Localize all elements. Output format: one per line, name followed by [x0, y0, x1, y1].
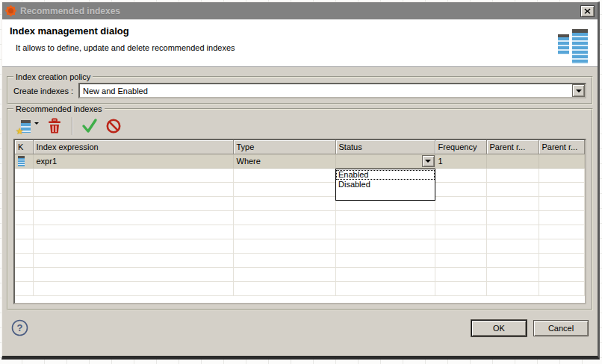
chevron-down-icon — [576, 90, 582, 92]
cancel-button[interactable]: Cancel — [533, 320, 589, 336]
group-title: Recommended indexes — [13, 104, 105, 113]
table-row-empty[interactable] — [15, 281, 585, 295]
add-index-button[interactable]: ★ — [21, 120, 31, 133]
create-indexes-label: Create indexes : — [13, 87, 78, 95]
block-icon — [105, 118, 122, 134]
index-creation-policy-group: Index creation policy Create indexes : N… — [7, 72, 593, 104]
page-subtitle: It allows to define, update and delete r… — [16, 43, 598, 52]
status-dropdown-list: Enabled Disabled — [335, 169, 435, 201]
index-stack-icon — [572, 29, 588, 64]
check-icon — [81, 118, 98, 134]
page-title: Index management dialog — [10, 25, 598, 37]
k-cell — [15, 154, 33, 168]
table-row-empty[interactable] — [15, 239, 585, 253]
frequency-cell[interactable]: 1 — [435, 154, 486, 168]
combo-value: New and Enabled — [83, 87, 148, 95]
table-row-empty[interactable] — [15, 210, 585, 225]
dialog-footer: ? OK Cancel — [2, 310, 598, 345]
parent-cell[interactable] — [486, 154, 539, 168]
enable-index-button[interactable] — [74, 118, 98, 134]
table-row-empty[interactable] — [15, 168, 585, 182]
ok-button[interactable]: OK — [471, 320, 527, 336]
trash-icon — [46, 118, 63, 134]
status-cell[interactable] — [335, 154, 435, 168]
table-row-empty[interactable] — [15, 267, 585, 281]
column-header-parent-2[interactable]: Parent r... — [539, 140, 585, 154]
column-header-frequency[interactable]: Frequency — [435, 140, 486, 154]
svg-text:?: ? — [17, 322, 23, 333]
disable-index-button[interactable] — [98, 118, 122, 134]
title-bar[interactable]: Recommended indexes — [2, 2, 598, 19]
combo-dropdown-button[interactable] — [572, 84, 585, 97]
column-header-k[interactable]: K — [15, 140, 33, 154]
table-row-empty[interactable] — [15, 196, 585, 210]
indexes-table: K Index expression Type Status Frequency… — [13, 139, 586, 304]
table-row[interactable]: expr1 Where 1 — [15, 154, 585, 168]
create-indexes-combo[interactable]: New and Enabled — [78, 83, 586, 98]
window-title: Recommended indexes — [20, 6, 580, 16]
index-icon — [18, 156, 25, 166]
close-icon — [584, 8, 591, 14]
recommended-indexes-group: Recommended indexes ★ — [7, 104, 593, 310]
dialog-body: Index creation policy Create indexes : N… — [2, 67, 598, 310]
column-header-status[interactable]: Status — [335, 140, 435, 154]
parent-cell[interactable] — [539, 154, 585, 168]
column-header-parent-1[interactable]: Parent r... — [486, 140, 539, 154]
recommended-indexes-dialog: Recommended indexes Index management dia… — [1, 1, 600, 360]
table-row-empty[interactable] — [15, 253, 585, 267]
group-title: Index creation policy — [13, 72, 93, 81]
chevron-down-icon — [425, 160, 431, 163]
column-header-index-expression[interactable]: Index expression — [33, 140, 233, 154]
table-header-row: K Index expression Type Status Frequency… — [15, 140, 585, 154]
column-header-type[interactable]: Type — [233, 140, 335, 154]
status-cell-dropdown-button[interactable] — [422, 155, 435, 167]
delete-index-button[interactable] — [39, 118, 63, 134]
indexes-banner-icon — [558, 22, 588, 64]
dropdown-option-disabled[interactable]: Disabled — [336, 180, 435, 189]
toolbar-separator — [72, 117, 72, 135]
type-cell[interactable]: Where — [233, 154, 335, 168]
help-icon: ? — [11, 319, 28, 336]
close-button[interactable] — [580, 5, 595, 17]
table-row-empty[interactable] — [15, 182, 585, 196]
dialog-header: Index management dialog It allows to def… — [2, 19, 598, 67]
help-button[interactable]: ? — [11, 319, 28, 336]
indexes-toolbar: ★ — [13, 114, 586, 139]
index-stack-icon — [558, 34, 569, 54]
index-expression-cell[interactable]: expr1 — [33, 154, 233, 168]
star-icon: ★ — [16, 127, 24, 136]
app-icon — [7, 7, 15, 15]
table-body: expr1 Where 1 — [15, 154, 585, 295]
table-row-empty[interactable] — [15, 225, 585, 239]
dropdown-option-enabled[interactable]: Enabled — [336, 170, 435, 180]
